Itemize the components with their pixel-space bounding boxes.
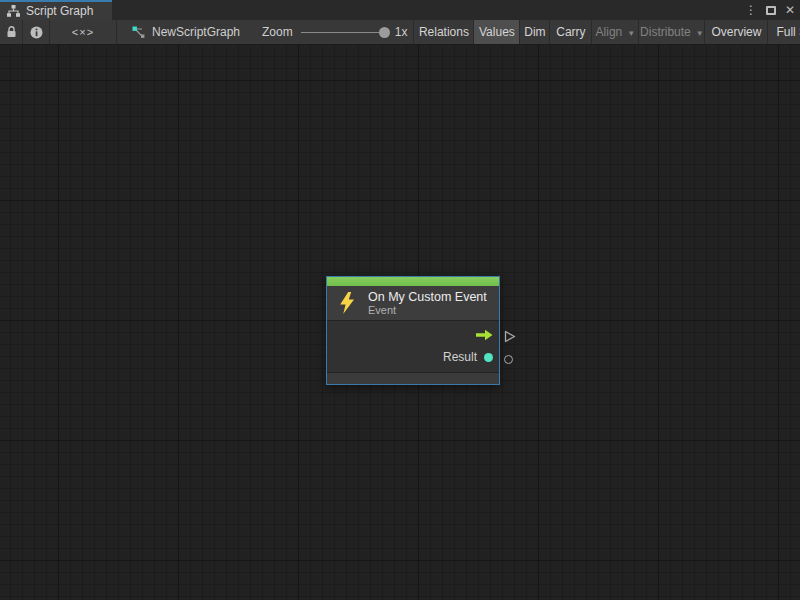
graph-name: NewScriptGraph: [152, 25, 240, 39]
lock-icon: [6, 26, 17, 38]
zoom-label: Zoom: [262, 25, 293, 39]
value-output-row: Result: [327, 346, 499, 368]
code-preview-button[interactable]: <×>: [50, 20, 117, 44]
align-dropdown[interactable]: Align ▼: [591, 20, 639, 44]
fullscreen-button[interactable]: Full Screen: [767, 20, 800, 44]
chevron-down-icon: ▼: [696, 29, 704, 38]
values-toggle[interactable]: Values: [473, 20, 520, 44]
toolbar: <×> NewScriptGraph Zoom 1x Relations Va: [0, 20, 800, 45]
dim-toggle[interactable]: Dim: [519, 20, 550, 44]
script-graph-asset-icon: [132, 26, 145, 39]
value-output-port-icon[interactable]: [504, 355, 513, 364]
tab-title: Script Graph: [26, 4, 93, 18]
script-graph-window: Script Graph ⋮ ✕: [0, 0, 800, 600]
node-title: On My Custom Event: [368, 290, 487, 304]
node-subtitle: Event: [368, 304, 487, 317]
distribute-dropdown[interactable]: Distribute ▼: [638, 20, 705, 44]
code-icon: <×>: [72, 26, 94, 38]
zoom-control: Zoom 1x: [240, 20, 413, 44]
chevron-down-icon: ▼: [627, 29, 635, 38]
lightning-bolt-icon: [338, 292, 355, 314]
relations-toggle[interactable]: Relations: [413, 20, 474, 44]
graph-hierarchy-icon: [7, 5, 20, 17]
graph-canvas[interactable]: On My Custom Event Event Result: [0, 45, 800, 600]
overview-button[interactable]: Overview: [704, 20, 768, 44]
window-menu-icon[interactable]: ⋮: [745, 4, 757, 16]
zoom-slider-handle[interactable]: [379, 27, 390, 38]
control-flow-arrow-icon[interactable]: [476, 329, 493, 341]
window-controls: ⋮ ✕: [745, 0, 795, 20]
info-button[interactable]: [23, 20, 50, 44]
node-body: Result: [327, 321, 499, 372]
tab-script-graph[interactable]: Script Graph: [0, 0, 112, 20]
titlebar: Script Graph ⋮ ✕: [0, 0, 800, 20]
control-output-row: [327, 324, 499, 346]
control-output-port-icon[interactable]: [504, 330, 516, 343]
event-node[interactable]: On My Custom Event Event Result: [326, 276, 500, 385]
value-port-dot[interactable]: [484, 353, 493, 362]
node-accent-bar: [327, 277, 499, 286]
zoom-value: 1x: [395, 25, 408, 39]
maximize-icon[interactable]: [766, 6, 776, 15]
carry-toggle[interactable]: Carry: [549, 20, 592, 44]
info-icon: [30, 26, 43, 39]
node-header[interactable]: On My Custom Event Event: [327, 286, 499, 321]
graph-reference[interactable]: NewScriptGraph: [117, 20, 240, 44]
close-icon[interactable]: ✕: [785, 4, 795, 16]
port-label: Result: [443, 350, 477, 364]
node-footer: [327, 372, 499, 384]
node-titles: On My Custom Event Event: [368, 290, 487, 317]
zoom-slider[interactable]: [301, 32, 387, 33]
lock-button[interactable]: [0, 20, 23, 44]
